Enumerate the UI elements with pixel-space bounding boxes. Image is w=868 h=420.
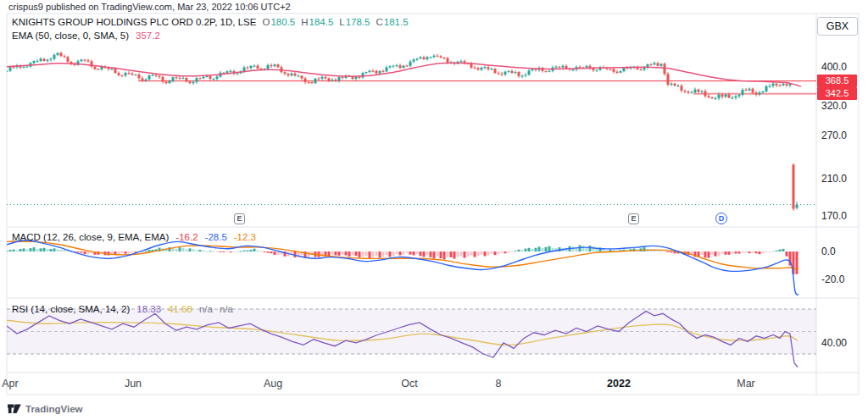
- ohlc-value: 184.5: [309, 17, 334, 27]
- time-axis-label: Aug: [264, 378, 282, 390]
- macd-pane[interactable]: [6, 240, 799, 295]
- earnings-marker[interactable]: E: [234, 213, 245, 224]
- macd-value: -28.5: [205, 232, 227, 242]
- rsi-value: 18.33: [136, 304, 161, 314]
- ema-value: 357.2: [136, 30, 160, 41]
- tradingview-logo-icon: [8, 402, 21, 415]
- tradingview-chart-page: { "header": {"attribution": "crispus9 pu…: [0, 0, 868, 420]
- time-axis-label: Apr: [2, 378, 18, 390]
- candles: [6, 52, 798, 211]
- price-tick-label: 320.0: [821, 100, 847, 112]
- rsi-tick-label: 40.00: [821, 337, 847, 349]
- price-pane[interactable]: [6, 52, 817, 211]
- rsi-title: RSI (14, close, SMA, 14, 2): [12, 304, 130, 314]
- price-tick-label: 170.0: [821, 210, 847, 222]
- ema-legend[interactable]: EMA (50, close, 0, SMA, 5)357.2: [12, 30, 160, 41]
- macd-line: [7, 240, 798, 295]
- macd-value: -12.3: [234, 232, 256, 242]
- time-axis-label: Oct: [401, 378, 417, 390]
- ohlc-value: 178.5: [346, 17, 370, 27]
- dividend-marker[interactable]: D: [715, 213, 727, 224]
- rsi-pane[interactable]: [7, 309, 816, 368]
- price-tick-label: 210.0: [821, 173, 847, 185]
- price-tick-label: 270.0: [821, 130, 847, 141]
- chart-canvas[interactable]: [0, 0, 868, 420]
- macd-title: MACD (12, 26, close, 9, EMA, EMA): [12, 232, 169, 242]
- time-axis-label: 8: [496, 378, 502, 390]
- rsi-legend[interactable]: RSI (14, close, SMA, 14, 2)18.3341.68n/a…: [12, 304, 233, 314]
- macd-signal-line: [7, 241, 798, 268]
- rsi-value: 41.68: [168, 304, 192, 314]
- time-axis-label: Mar: [737, 378, 755, 390]
- symbol-title: KNIGHTS GROUP HOLDINGS PLC ORD 0.2P, 1D,…: [12, 17, 256, 27]
- tradingview-logo[interactable]: TradingView: [8, 402, 83, 415]
- macd-legend[interactable]: MACD (12, 26, close, 9, EMA, EMA)-16.2-2…: [12, 232, 256, 242]
- ohlc-key: C: [376, 17, 382, 27]
- macd-value: -16.2: [175, 232, 198, 242]
- rsi-value: n/a: [199, 304, 213, 314]
- rsi-value: n/a: [220, 304, 233, 314]
- macd-tick-label: -20.0: [821, 274, 844, 285]
- price-alert-badge[interactable]: 342.5: [817, 87, 857, 100]
- symbol-legend[interactable]: KNIGHTS GROUP HOLDINGS PLC ORD 0.2P, 1D,…: [12, 17, 409, 27]
- tradingview-logo-text: TradingView: [25, 404, 83, 414]
- earnings-marker[interactable]: E: [628, 213, 639, 224]
- currency-badge: GBX: [817, 17, 858, 36]
- ema-title: EMA (50, close, 0, SMA, 5): [12, 30, 129, 41]
- ohlc-value: 180.5: [270, 17, 295, 27]
- macd-tick-label: 0.0: [821, 246, 836, 257]
- ohlc-key: L: [339, 17, 344, 27]
- price-alert-badge[interactable]: 368.5: [817, 75, 857, 87]
- price-tick-label: 400.0: [821, 61, 847, 73]
- time-axis-label: Jun: [125, 378, 142, 390]
- ohlc-key: O: [262, 17, 270, 27]
- price-axis[interactable]: 400.0320.0270.0210.0170.0368.5342.50.0-2…: [816, 14, 859, 395]
- time-axis[interactable]: AprJunAugOct82022Mar: [7, 373, 859, 395]
- time-axis-label: 2022: [607, 378, 631, 390]
- ohlc-key: H: [301, 17, 308, 27]
- ohlc-value: 181.5: [384, 17, 409, 27]
